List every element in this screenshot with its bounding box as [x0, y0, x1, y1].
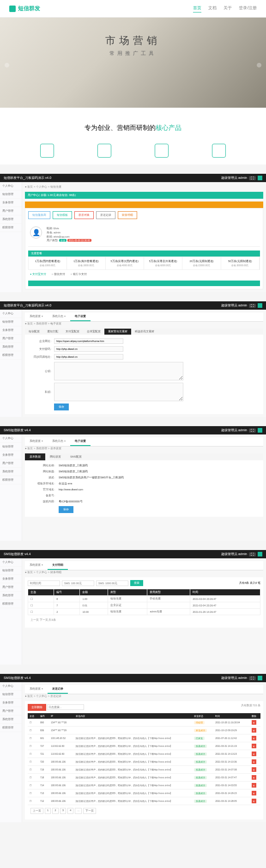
sidebar-item[interactable]: 用户管理 [0, 707, 22, 715]
logo[interactable]: 短信群发 [9, 5, 40, 12]
delete-button[interactable]: ✕ [252, 783, 256, 788]
menu-icon[interactable] [258, 428, 262, 433]
pay-wechat[interactable]: ○ 微信支付 [52, 273, 65, 276]
sidebar-item[interactable]: 权限管理 [0, 476, 22, 484]
expand-icon[interactable]: ⛶ [249, 176, 256, 180]
nav-login[interactable]: 登录/注册 [239, 5, 257, 12]
sidebar-item[interactable]: 权限管理 [0, 224, 22, 232]
sidebar-item[interactable]: 用户管理 [0, 583, 22, 592]
table-row[interactable]: ☐712180.95.66.136[短信验证]您好用户，您的验证码是555，有效… [28, 797, 260, 805]
callback-input[interactable] [54, 354, 123, 360]
tab-finance[interactable]: 财务明细 [118, 211, 137, 219]
delete-button[interactable]: ✕ [252, 736, 256, 740]
info-tab[interactable]: SMS配置 [66, 453, 86, 460]
top-tab[interactable]: 系统设置 × [25, 312, 48, 321]
sub-tab[interactable]: 全球宝配置 [83, 329, 104, 335]
log-search-input[interactable] [47, 704, 84, 710]
top-tab[interactable]: 系统日志 × [48, 437, 70, 446]
nav-home[interactable]: 首页 [193, 5, 201, 12]
sidebar-item[interactable]: 业务管理 [0, 575, 22, 583]
top-tab[interactable]: 系统设置 × [25, 685, 48, 694]
date-input[interactable] [28, 581, 60, 586]
sidebar-item[interactable]: 个人中心 [0, 182, 22, 190]
sidebar-item[interactable]: 短信管理 [0, 691, 22, 699]
table-row[interactable]: ☐601103.145.20.52[短信验证]您好用户，您的验证码是555，有效… [28, 734, 260, 742]
top-tab[interactable]: 系统日志 × [48, 312, 70, 321]
page-button[interactable]: 下一页 [83, 808, 96, 814]
top-tab[interactable]: 支付明细 [48, 561, 68, 570]
delete-button[interactable]: ✕ [252, 720, 256, 725]
sidebar-item[interactable]: 系统管理 [0, 468, 22, 476]
table-row[interactable]: ☐836154***.60.***29发送成功2021-10-13 09:19:… [28, 727, 260, 734]
top-tab-active[interactable]: 电子设置 [70, 312, 91, 321]
nav-docs[interactable]: 文档 [208, 5, 217, 12]
menu-icon[interactable] [258, 552, 262, 556]
delete-all-button[interactable]: 全部删除 [28, 704, 46, 711]
table-row[interactable]: ☐81.00短信充值手动充值2021-02-04 23:26:47 [28, 596, 260, 602]
sidebar-item[interactable]: 用户管理 [0, 459, 22, 468]
menu-icon[interactable] [258, 303, 262, 308]
tab-log[interactable]: 发送记录 [96, 211, 115, 219]
save-button[interactable]: 保存 [59, 506, 73, 513]
sub-tab[interactable]: 素材宣传页素材 [104, 329, 131, 335]
menu-icon[interactable] [258, 176, 262, 180]
submit-button[interactable] [28, 281, 260, 286]
pay-alipay[interactable]: ● 支付宝支付 [30, 273, 46, 276]
tab-template[interactable]: 短信模板 [53, 211, 72, 219]
table-row[interactable]: ☐890154***.60.***28待处理2021-10-28 11:16:3… [28, 719, 260, 727]
url-input[interactable] [54, 338, 123, 344]
sidebar-item[interactable]: 业务管理 [0, 326, 22, 335]
delete-button[interactable]: ✕ [252, 759, 256, 764]
sidebar-item[interactable]: 系统管理 [0, 715, 22, 724]
package-option[interactable]: 50万条(无限制通道)价格:30000.00元 [221, 257, 260, 269]
pubkey-textarea[interactable] [54, 362, 183, 380]
table-row[interactable]: ☐210.00短信充值admin充值2021-01-29 14:26:47 [28, 609, 260, 615]
top-tab[interactable]: 发送记录 [48, 685, 68, 694]
info-tab[interactable]: 网站设置 [45, 453, 66, 460]
table-row[interactable]: ☐721110.82.62.83[短信验证]您好用户，您的验证码是555，有效期… [28, 750, 260, 758]
delete-button[interactable]: ✕ [252, 752, 256, 756]
page-button[interactable]: 上一页 [30, 808, 43, 814]
package-option[interactable]: 1万条(海外套餐通道)价格:2000.00元 [67, 257, 105, 269]
table-row[interactable]: ☐727110.82.62.83[短信验证]您好用户，您的验证码是555，有效期… [28, 742, 260, 750]
info-tab[interactable]: 基本数据 [25, 453, 45, 460]
expand-icon[interactable]: ⛶ [249, 428, 256, 433]
delete-button[interactable]: ✕ [252, 799, 256, 803]
admin-label[interactable]: 超级管理员 admin [221, 303, 247, 308]
table-row[interactable]: ☐719180.95.66.136[短信验证]您好用户，您的验证码是555，有效… [28, 766, 260, 774]
delete-button[interactable]: ✕ [252, 775, 256, 780]
sidebar-item[interactable]: 权限管理 [0, 600, 22, 608]
package-option[interactable]: 5万条(至尊次国内通道)价格:4000.00元 [106, 257, 144, 269]
admin-label[interactable]: 超级管理员 admin [221, 676, 247, 680]
package-option[interactable]: 1万条(国内套餐通道)价格:1000.00元 [29, 257, 67, 269]
delete-button[interactable]: ✕ [252, 744, 256, 748]
privkey-textarea[interactable] [54, 383, 183, 401]
top-tab[interactable]: 系统设置 × [25, 437, 48, 446]
delete-button[interactable]: ✕ [252, 728, 256, 733]
sub-tab[interactable]: 短信配置 [25, 329, 43, 335]
table-row[interactable]: ☐720180.95.66.136[短信验证]您好用户，您的验证码是555，有效… [28, 758, 260, 766]
table-row[interactable]: ☐714180.95.66.136[短信验证]您好用户，您的验证码是555，有效… [28, 782, 260, 789]
sidebar-item[interactable]: 用户管理 [0, 207, 22, 215]
package-option[interactable]: 20万条(无限制通道)价格:15000.00元 [182, 257, 221, 269]
sidebar-item[interactable]: 权限管理 [0, 351, 22, 360]
sidebar-item[interactable]: 业务管理 [0, 451, 22, 459]
table-row[interactable]: ☐713180.95.66.136[短信验证]您好用户，您的验证码是555，有效… [28, 789, 260, 797]
page-button[interactable]: 1 [45, 808, 51, 814]
nav-about[interactable]: 关于 [224, 5, 232, 12]
sidebar-item[interactable]: 短信管理 [0, 443, 22, 451]
top-tab[interactable]: 电子设置 [70, 437, 91, 446]
expand-icon[interactable]: ⛶ [249, 552, 256, 556]
top-tab[interactable]: 系统设置 × [25, 561, 48, 570]
save-button[interactable]: 保存 [54, 403, 69, 410]
page-button[interactable]: 2 [52, 808, 58, 814]
sub-tab[interactable]: 支付宝配置 [62, 329, 83, 335]
sidebar-item[interactable]: 短信管理 [0, 567, 22, 575]
delete-button[interactable]: ✕ [252, 767, 256, 772]
sidebar-item[interactable]: 短信管理 [0, 190, 22, 199]
admin-label[interactable]: 超级管理员 admin [221, 552, 247, 556]
sub-tab[interactable]: 精选资讯文素材 [131, 329, 158, 335]
sidebar-item[interactable]: 业务管理 [0, 699, 22, 707]
sub-tab[interactable]: 通知主配 [43, 329, 62, 335]
sidebar-item[interactable]: 权限管理 [0, 724, 22, 732]
